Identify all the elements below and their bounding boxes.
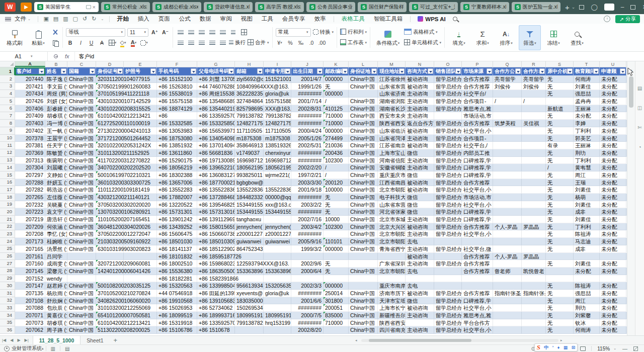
cell[interactable]: 无 xyxy=(546,179,574,187)
cell[interactable]: 衡琬明 (女 xyxy=(45,157,67,164)
fill-button[interactable]: ↓填充▾ xyxy=(448,25,470,50)
row-number[interactable]: 3 xyxy=(0,83,15,91)
fx-icon[interactable]: fx xyxy=(65,53,69,59)
cell[interactable]: 未分配 xyxy=(600,75,626,83)
cell[interactable]: 吴佳祺 xyxy=(522,120,546,127)
column-letter-O[interactable]: O xyxy=(434,61,462,67)
align-right-button[interactable] xyxy=(197,39,206,47)
cell[interactable]: 被动咨询 xyxy=(406,179,434,187)
cell[interactable] xyxy=(493,135,522,142)
cell[interactable]: 430321200211140121 xyxy=(96,194,124,201)
cell[interactable]: 重庆重庆市 xyxy=(378,171,406,179)
ime-mic-icon[interactable]: ♦ xyxy=(557,345,560,350)
cell[interactable]: China中国 xyxy=(349,208,378,216)
cell[interactable]: 153363896 xyxy=(264,268,291,275)
cell[interactable]: guiwanwei xyxy=(264,238,291,245)
cell[interactable]: 口碑推荐,学 xyxy=(462,171,493,179)
filter-dropdown-icon[interactable] xyxy=(593,68,599,74)
cell[interactable]: 358646913 xyxy=(235,142,264,149)
cell[interactable]: 刘紫馨 xyxy=(574,312,600,319)
cell[interactable]: 未分配 xyxy=(600,194,626,201)
header-cell[interactable]: 护照号 xyxy=(124,67,157,75)
cell[interactable]: China中国 xyxy=(349,98,378,105)
cell[interactable]: 无 xyxy=(546,245,574,253)
cell[interactable] xyxy=(462,275,493,283)
cell[interactable]: 丁利利 xyxy=(574,223,600,231)
cell[interactable]: 无 xyxy=(324,208,349,216)
underline-button[interactable]: U xyxy=(87,39,96,47)
cell[interactable] xyxy=(522,157,546,164)
cell[interactable]: 任天宇 (女 xyxy=(45,142,67,149)
horizontal-scroll-thumb[interactable] xyxy=(369,339,471,342)
column-letter-G[interactable]: G xyxy=(197,61,235,67)
cell[interactable] xyxy=(264,253,291,260)
align-middle-button[interactable] xyxy=(187,28,195,37)
cell[interactable]: +86 1582391866 xyxy=(197,275,235,283)
cell[interactable] xyxy=(67,275,96,283)
redo-icon[interactable]: ↻ xyxy=(92,16,96,22)
column-letter-M[interactable]: M xyxy=(378,61,406,67)
file-tab[interactable]: S高学历 教授.xlsx xyxy=(255,2,304,12)
cell[interactable]: 山东省东营 xyxy=(378,201,406,209)
cell[interactable]: 180995191 xyxy=(235,312,264,319)
cell[interactable]: 合作方推荐 xyxy=(462,223,493,231)
cell[interactable]: 430102200208315525 xyxy=(96,105,124,113)
cell[interactable]: jennychen( xyxy=(235,223,264,231)
cell[interactable] xyxy=(574,275,600,283)
hscroll-right-icon[interactable]: ▸ xyxy=(560,338,562,342)
cell[interactable]: 留学总经办 xyxy=(434,304,462,312)
cell[interactable]: 2002/8/31 xyxy=(291,105,324,113)
cell[interactable] xyxy=(67,253,96,260)
cell[interactable]: 180562195 xyxy=(235,164,264,171)
menu-会员专享[interactable]: 会员专享 xyxy=(282,15,305,23)
cell[interactable]: China中国 xyxy=(67,120,96,127)
cell[interactable]: 未分配 xyxy=(600,223,626,231)
cell[interactable]: China中国 xyxy=(67,297,96,305)
cell[interactable]: 无 xyxy=(324,268,349,275)
cell[interactable]: +86 17882007 xyxy=(157,194,197,201)
cell[interactable]: 济南市历下 xyxy=(378,290,406,297)
filter-button[interactable]: 筛选▾ xyxy=(519,25,541,50)
cell[interactable]: +44 07546918 xyxy=(157,290,197,297)
eraser-button[interactable]: ▾ xyxy=(140,39,148,47)
cell[interactable]: 被动咨询 xyxy=(406,186,434,194)
row-number[interactable]: 10 xyxy=(0,135,15,142)
cell[interactable]: 1999/1/26 xyxy=(291,83,324,91)
menu-插入[interactable]: 插入 xyxy=(138,15,149,23)
header-cell[interactable]: 手机号码 xyxy=(157,67,197,75)
cell[interactable]: +86 1355228361 xyxy=(197,186,235,194)
cell[interactable]: 200051 xyxy=(324,304,349,312)
cell[interactable]: 2001/7/14 xyxy=(291,98,324,105)
cell[interactable]: +86 18141137 xyxy=(157,245,197,253)
export-icon[interactable]: ▤ xyxy=(53,16,58,22)
cell[interactable]: 500106199702210321 xyxy=(96,171,124,179)
cell[interactable]: 江西省南昌 xyxy=(378,179,406,187)
cell[interactable]: 广东省深圳 xyxy=(378,260,406,268)
cell[interactable]: xyevents@ xyxy=(235,290,264,297)
cell[interactable]: 湖南省浏阳 xyxy=(378,98,406,105)
cell[interactable]: 无 xyxy=(546,312,574,319)
row-number[interactable]: 2 xyxy=(0,75,15,83)
align-left-button[interactable] xyxy=(176,39,185,47)
cell[interactable]: 710000 xyxy=(324,120,349,127)
cell[interactable]: China中国 xyxy=(349,245,378,253)
cell[interactable]: 2000/4/24 xyxy=(291,127,324,135)
cell[interactable]: +86 1396522100 xyxy=(197,164,235,171)
cell[interactable]: v1749037 xyxy=(235,149,264,157)
cell[interactable]: China中国 xyxy=(67,179,96,187)
cell[interactable]: 799138782 xyxy=(235,319,264,327)
cell[interactable]: China中国 xyxy=(349,223,378,231)
merge-cells-button[interactable]: 合并▾ xyxy=(248,39,269,47)
cell[interactable]: China中国 xyxy=(349,105,378,113)
cell[interactable]: +86 18501030 xyxy=(157,238,197,245)
horizontal-scrollbar[interactable] xyxy=(361,339,558,342)
cell[interactable]: 上海市长宁 xyxy=(378,304,406,312)
cell[interactable]: China中国 xyxy=(67,312,96,319)
cell[interactable]: 北京市朝阳 xyxy=(378,186,406,194)
cell[interactable]: +86 田延的1395 xyxy=(197,290,235,297)
cell[interactable]: 市场活动,市 xyxy=(462,112,493,120)
quickbar-caret-icon[interactable]: ⌄ xyxy=(101,17,104,21)
filter-dropdown-icon[interactable] xyxy=(39,68,44,74)
cell[interactable]: 周江 xyxy=(574,171,600,179)
cell[interactable]: 110105200207165451 xyxy=(96,216,124,223)
